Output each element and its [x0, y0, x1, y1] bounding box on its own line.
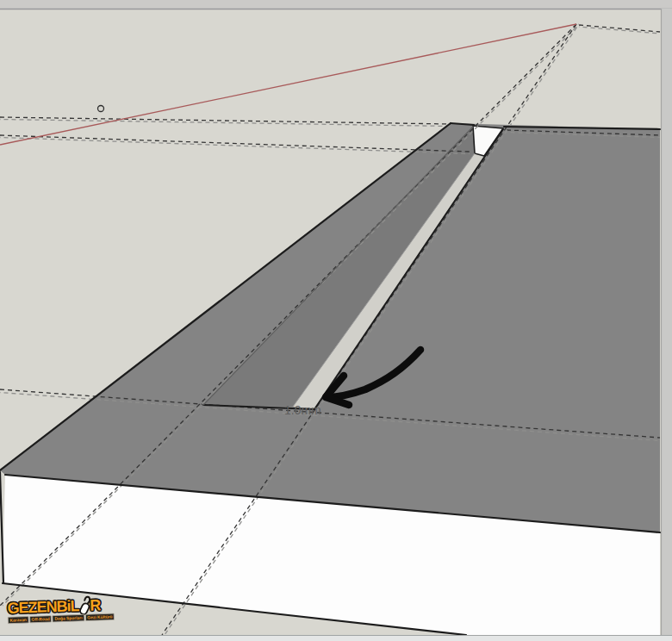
- watermark-title-right: R: [90, 597, 101, 613]
- watermark-logo: GEZENBiL R Karavan Off-Road Doğa Sporlar…: [7, 593, 138, 625]
- watermark-title-left: GEZENBiL: [7, 598, 79, 616]
- window-top-band: [0, 0, 672, 9]
- watermark-title: GEZENBiL R: [7, 593, 138, 616]
- sketchup-viewport[interactable]: 1.0mm: [0, 0, 672, 641]
- watermark-tag: Doğa Sporları: [53, 614, 84, 622]
- mouse-icon: [77, 594, 91, 617]
- window-right-band[interactable]: [661, 9, 672, 635]
- watermark-tag: Off-Road: [29, 615, 52, 623]
- watermark-tag: Gezi Kültürü: [85, 613, 115, 621]
- dimension-label: 1.0mm: [284, 403, 321, 417]
- watermark-tag: Karavan: [8, 616, 29, 624]
- sketchup-window: 1.0mm GEZENBiL R Karavan Off-Road Doğa S…: [0, 0, 672, 641]
